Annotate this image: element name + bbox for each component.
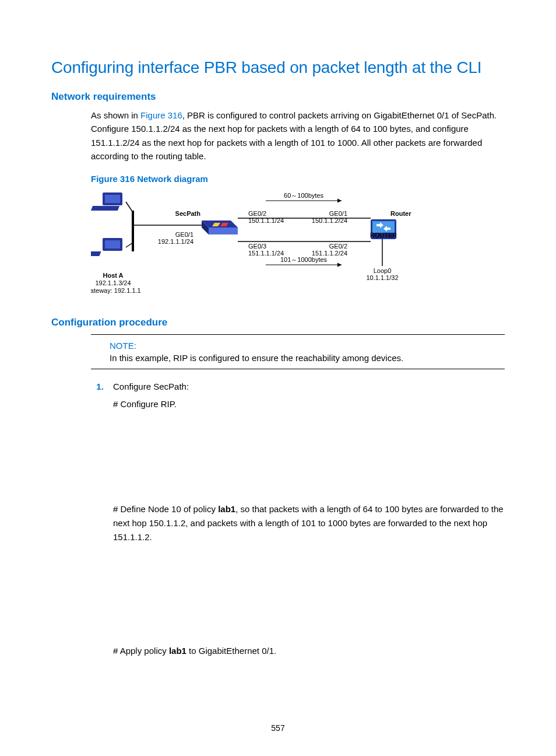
step-1-c-bold: lab1 [169, 646, 186, 656]
network-requirements-body: As shown in Figure 316, PBR is configure… [91, 108, 505, 317]
diag-secpath-label: SecPath [175, 210, 201, 217]
network-requirements-heading: Network requirements [51, 91, 505, 103]
step-1-title: Configure SecPath: [113, 382, 189, 391]
router-box-label: ROUTER [370, 232, 397, 239]
diag-hosta-ip: 192.1.1.3/24 [95, 279, 131, 286]
diag-ge01-ip: 192.1.1.1/24 [158, 238, 193, 245]
page-title: Configuring interface PBR based on packe… [51, 58, 505, 77]
workstation-icon [91, 192, 122, 211]
diag-loop0-ip: 10.1.1.1/32 [366, 274, 398, 281]
diag-r-ge01: GE0/1 [329, 210, 347, 217]
diag-ge01: GE0/1 [175, 231, 193, 238]
svg-line-7 [126, 202, 133, 212]
secpath-device-icon [202, 220, 238, 235]
diag-ge02-ip: 150.1.1.1/24 [248, 217, 284, 224]
step-1: Configure SecPath: # Configure RIP. # De… [106, 380, 505, 658]
configuration-procedure-heading: Configuration procedure [51, 317, 505, 328]
svg-rect-4 [105, 240, 120, 249]
step-1-b-pre: # Define Node 10 of policy [113, 504, 218, 514]
note-label: NOTE: [110, 341, 505, 351]
figure-link[interactable]: Figure 316 [140, 110, 182, 120]
diag-loop0: Loop0 [374, 267, 392, 274]
diag-router-label: Router [390, 210, 411, 217]
diag-bot-note: 101～1000bytes [280, 256, 328, 263]
svg-rect-21 [372, 221, 395, 233]
diag-r-ge02: GE0/2 [329, 243, 347, 250]
diag-top-note: 60～100bytes [284, 192, 323, 199]
diag-r-ge01-ip: 150.1.1.2/24 [312, 217, 347, 224]
step-1-c-pre: # Apply policy [113, 646, 169, 656]
page-number: 557 [0, 723, 556, 733]
step-1-b-bold: lab1 [218, 504, 235, 514]
svg-rect-6 [132, 211, 134, 251]
network-diagram: ROUTER 60～100bytes 101～1000bytes SecPath… [91, 190, 417, 313]
svg-rect-1 [105, 195, 120, 203]
svg-rect-13 [209, 228, 238, 235]
diag-hosta: Host A [103, 272, 123, 279]
diag-hosta-gw: Gateway: 192.1.1.1 [91, 287, 141, 294]
router-icon: ROUTER [370, 219, 397, 239]
note-box: NOTE: In this example, RIP is configured… [91, 334, 505, 369]
step-1-c: # Apply policy lab1 to GigabitEthernet 0… [113, 644, 505, 658]
figure-caption: Figure 316 Network diagram [91, 172, 505, 186]
svg-rect-2 [91, 206, 119, 211]
diag-ge02: GE0/2 [248, 210, 266, 217]
step-1-c-post: to GigabitEthernet 0/1. [186, 646, 276, 656]
note-text: In this example, RIP is configured to en… [110, 353, 505, 363]
diag-ge03: GE0/3 [248, 243, 266, 250]
workstation-icon [91, 238, 122, 256]
diag-ge03-ip: 151.1.1.1/24 [248, 250, 284, 257]
svg-rect-5 [91, 251, 101, 256]
diag-r-ge02-ip: 151.1.1.2/24 [312, 250, 347, 257]
nr-intro-pre: As shown in [91, 110, 140, 120]
step-1-b: # Define Node 10 of policy lab1, so that… [113, 502, 505, 544]
step-1-a: # Configure RIP. [113, 397, 505, 411]
